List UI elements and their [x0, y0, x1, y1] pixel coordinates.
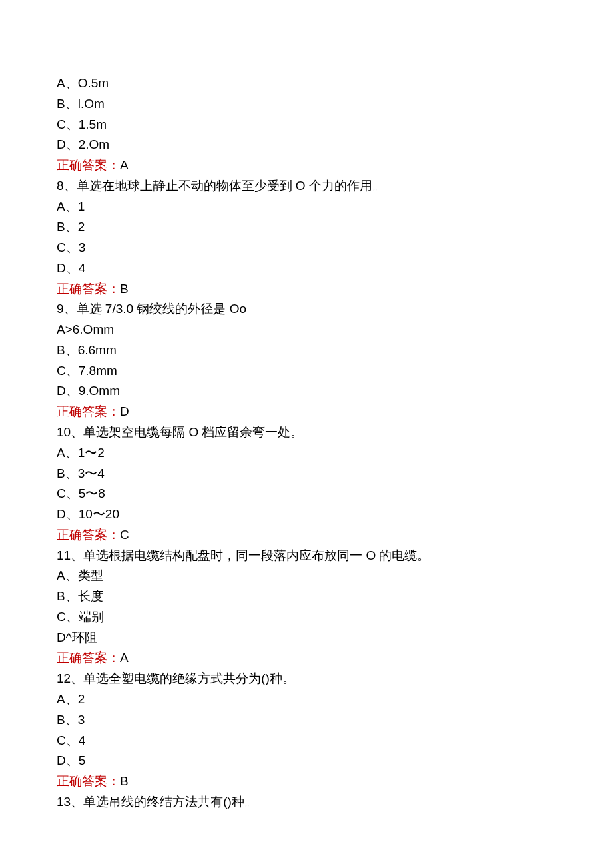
answer-label: 正确答案： — [57, 528, 120, 542]
option-text: D、4 — [57, 258, 557, 279]
option-text: B、6.6mm — [57, 340, 557, 361]
option-text: A、类型 — [57, 566, 557, 586]
option-text: C、4 — [57, 731, 557, 751]
question-stem: 9、单选 7/3.0 钢绞线的外径是 Oo — [57, 299, 557, 320]
option-text: A、O.5m — [57, 73, 557, 94]
answer-label: 正确答案： — [57, 650, 120, 665]
answer-line: 正确答案：B — [57, 279, 557, 300]
document-page: A、O.5m B、l.Om C、1.5m D、2.Om 正确答案：A 8、单选在… — [0, 0, 614, 853]
option-text: A>6.Omm — [57, 320, 557, 340]
option-text: A、1〜2 — [57, 443, 557, 464]
answer-line: 正确答案：D — [57, 402, 557, 422]
option-text: C、5〜8 — [57, 484, 557, 504]
option-text: B、2 — [57, 217, 557, 238]
question-stem: 8、单选在地球上静止不动的物体至少受到 O 个力的作用。 — [57, 176, 557, 197]
option-text: D、9.Omm — [57, 381, 557, 402]
option-text: B、长度 — [57, 586, 557, 607]
question-stem: 10、单选架空电缆每隔 O 档应留余弯一处。 — [57, 422, 557, 443]
answer-line: 正确答案：A — [57, 648, 557, 669]
option-text: D、2.Om — [57, 135, 557, 155]
answer-value: A — [120, 158, 129, 172]
option-text: C、7.8mm — [57, 361, 557, 382]
question-stem: 11、单选根据电缆结构配盘时，同一段落内应布放同一 O 的电缆。 — [57, 546, 557, 566]
answer-line: 正确答案：B — [57, 771, 557, 792]
option-text: D、5 — [57, 751, 557, 771]
option-text: A、1 — [57, 197, 557, 218]
answer-label: 正确答案： — [57, 774, 120, 788]
option-text: B、l.Om — [57, 94, 557, 115]
answer-label: 正确答案： — [57, 158, 120, 172]
option-text: D^环阻 — [57, 628, 557, 648]
answer-value: B — [120, 774, 129, 788]
answer-line: 正确答案：C — [57, 525, 557, 546]
answer-value: C — [120, 528, 129, 542]
answer-value: B — [120, 282, 129, 296]
question-stem: 13、单选吊线的终结方法共有()种。 — [57, 792, 557, 813]
answer-label: 正确答案： — [57, 404, 120, 418]
option-text: D、10〜20 — [57, 504, 557, 525]
option-text: C、1.5m — [57, 115, 557, 135]
option-text: B、3 — [57, 710, 557, 731]
answer-line: 正确答案：A — [57, 155, 557, 176]
answer-value: A — [120, 650, 129, 665]
option-text: C、3 — [57, 238, 557, 258]
option-text: C、端别 — [57, 607, 557, 628]
answer-value: D — [120, 404, 129, 418]
option-text: A、2 — [57, 689, 557, 710]
answer-label: 正确答案： — [57, 282, 120, 296]
question-stem: 12、单选全塑电缆的绝缘方式共分为()种。 — [57, 669, 557, 689]
option-text: B、3〜4 — [57, 464, 557, 484]
